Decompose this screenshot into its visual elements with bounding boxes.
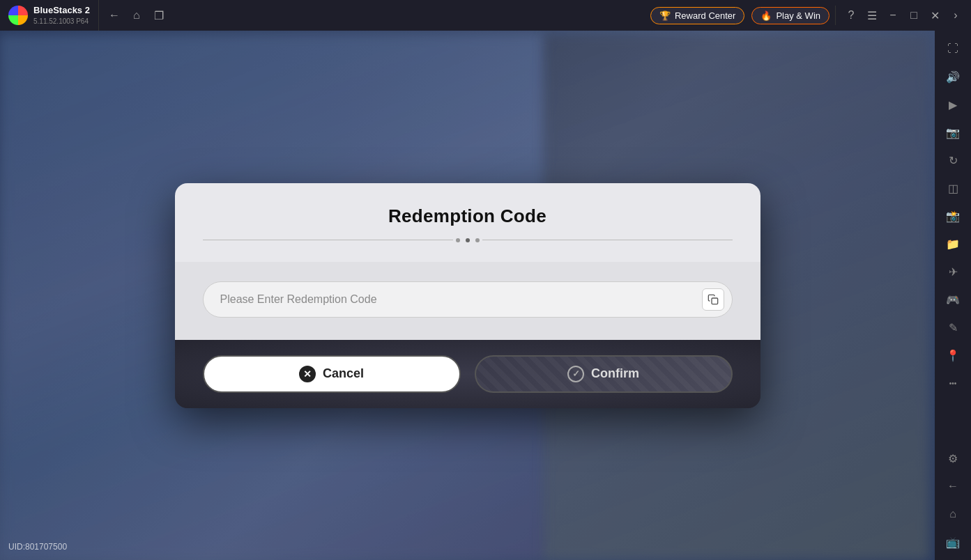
topbar-nav: ← ⌂ ❐ [98, 0, 174, 31]
restore-button[interactable]: □ [904, 6, 924, 25]
nav-windows-button[interactable]: ❐ [149, 6, 169, 25]
cancel-label: Cancel [323, 366, 364, 381]
divider-dot-1 [456, 238, 460, 242]
cancel-icon: ✕ [299, 366, 316, 382]
copy-button[interactable] [702, 288, 724, 311]
app-name: BlueStacks 2 [33, 5, 90, 17]
back-sidebar-icon[interactable]: ← [940, 474, 965, 499]
input-wrap [203, 281, 733, 318]
app-logo-area: BlueStacks 2 5.11.52.1003 P64 [0, 5, 98, 26]
volume-icon[interactable]: 🔊 [940, 64, 965, 89]
nav-back-button[interactable]: ← [105, 6, 124, 25]
help-button[interactable]: ? [841, 6, 861, 25]
dialog-footer: ✕ Cancel ✓ Confirm [175, 340, 760, 408]
reward-center-button[interactable]: 🏆 Reward Center [650, 7, 744, 24]
folder-icon[interactable]: 📁 [940, 231, 965, 256]
right-sidebar: ⛶ 🔊 ▶ 📷 ↻ ◫ 📸 📁 ✈ 🎮 ✎ 📍 ••• ⚙ ← ⌂ 📺 [935, 31, 971, 560]
dialog-divider [203, 238, 733, 242]
redemption-dialog: Redemption Code [175, 183, 760, 408]
close-button[interactable]: ✕ [925, 6, 945, 25]
svg-rect-0 [712, 298, 718, 304]
confirm-label: Confirm [591, 366, 639, 381]
dialog-title: Redemption Code [203, 205, 733, 227]
divider-dot-2 [466, 238, 470, 242]
expand-button[interactable]: › [946, 6, 965, 25]
airplane-icon[interactable]: ✈ [940, 259, 965, 284]
topbar-actions: 🏆 Reward Center 🔥 Play & Win [645, 7, 835, 24]
video-icon[interactable]: ▶ [940, 92, 965, 117]
location-icon[interactable]: 📍 [940, 343, 965, 368]
confirm-icon: ✓ [567, 366, 584, 382]
reward-label: Reward Center [675, 10, 735, 21]
brush-icon[interactable]: ✎ [940, 315, 965, 340]
tv-icon[interactable]: 📺 [940, 529, 965, 554]
reward-icon: 🏆 [659, 10, 671, 21]
screenshot-icon[interactable]: 📷 [940, 120, 965, 145]
play-win-button[interactable]: 🔥 Play & Win [751, 7, 829, 24]
camera-icon[interactable]: 📸 [940, 203, 965, 228]
bluestacks-logo [8, 6, 28, 25]
redemption-code-input[interactable] [203, 281, 733, 318]
layers-icon[interactable]: ◫ [940, 176, 965, 201]
divider-line-left [203, 240, 453, 240]
play-label: Play & Win [776, 10, 820, 21]
confirm-button[interactable]: ✓ Confirm [475, 355, 733, 393]
topbar-controls: ? ☰ − □ ✕ › [835, 6, 971, 25]
rotate-icon[interactable]: ↻ [940, 148, 965, 173]
divider-line-right [482, 240, 733, 240]
play-icon: 🔥 [760, 10, 772, 21]
settings-icon[interactable]: ⚙ [940, 446, 965, 471]
topbar: BlueStacks 2 5.11.52.1003 P64 ← ⌂ ❐ 🏆 Re… [0, 0, 971, 31]
home-sidebar-icon[interactable]: ⌂ [940, 501, 965, 527]
minimize-button[interactable]: − [883, 6, 903, 25]
copy-icon [708, 294, 719, 305]
dialog-body [175, 262, 760, 340]
gamepad-icon[interactable]: 🎮 [940, 287, 965, 312]
modal-overlay: Redemption Code [0, 31, 935, 560]
divider-dot-3 [475, 238, 480, 242]
more-icon[interactable]: ••• [940, 371, 965, 396]
nav-home-button[interactable]: ⌂ [127, 6, 146, 25]
dialog-header: Redemption Code [175, 183, 760, 262]
fullscreen-icon[interactable]: ⛶ [940, 36, 965, 61]
menu-button[interactable]: ☰ [862, 6, 882, 25]
cancel-button[interactable]: ✕ Cancel [203, 355, 461, 393]
app-version: 5.11.52.1003 P64 [33, 17, 90, 26]
